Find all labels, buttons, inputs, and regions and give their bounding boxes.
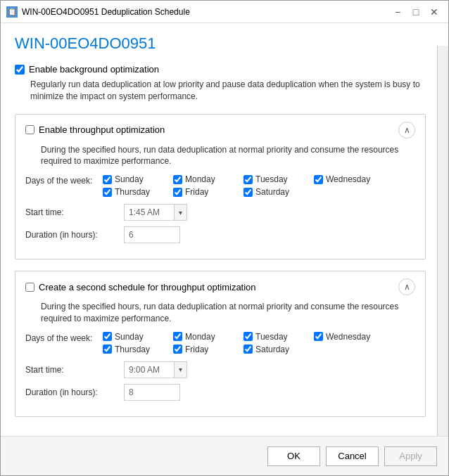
page-title: WIN-00EO4DO0951 bbox=[15, 34, 426, 53]
throughput-days-grid: Sunday Monday Tuesday Wednesday bbox=[103, 174, 384, 197]
second-schedule-panel: Create a second schedule for throughput … bbox=[15, 271, 426, 417]
throughput-start-time-label: Start time: bbox=[25, 207, 124, 217]
second-schedule-friday-checkbox[interactable] bbox=[173, 345, 182, 354]
throughput-title-row: Enable throughput optimization bbox=[25, 124, 165, 135]
second-schedule-saturday-label: Saturday bbox=[255, 345, 289, 354]
throughput-friday-label: Friday bbox=[185, 187, 208, 197]
second-schedule-monday-checkbox[interactable] bbox=[173, 332, 182, 341]
throughput-start-time-dropdown-arrow[interactable]: ▾ bbox=[174, 205, 186, 220]
second-schedule-wednesday-checkbox[interactable] bbox=[314, 332, 323, 341]
title-bar-controls: − □ ✕ bbox=[389, 5, 443, 19]
minimize-button[interactable]: − bbox=[389, 5, 406, 19]
throughput-duration-label: Duration (in hours): bbox=[25, 230, 124, 240]
throughput-panel: Enable throughput optimization ∧ During … bbox=[15, 114, 426, 260]
second-schedule-tuesday-checkbox[interactable] bbox=[244, 332, 253, 341]
second-schedule-duration-label: Duration (in hours): bbox=[25, 387, 124, 397]
background-opt-desc: Regularly run data deduplication at low … bbox=[30, 79, 426, 103]
throughput-duration-row: Duration (in hours): bbox=[25, 226, 415, 243]
scrollbar-track[interactable] bbox=[437, 46, 448, 436]
throughput-start-time-value: 1:45 AM bbox=[125, 206, 174, 219]
background-opt-row: Enable background optimization bbox=[15, 64, 426, 75]
second-schedule-day-thursday: Thursday bbox=[103, 345, 173, 354]
second-schedule-days-grid: Sunday Monday Tuesday Wednesday bbox=[103, 332, 384, 354]
second-schedule-checkbox[interactable] bbox=[25, 283, 34, 292]
throughput-day-monday: Monday bbox=[173, 174, 244, 184]
second-schedule-thursday-label: Thursday bbox=[115, 345, 150, 354]
throughput-start-time-row: Start time: 1:45 AM ▾ bbox=[25, 204, 415, 221]
second-schedule-monday-label: Monday bbox=[185, 332, 215, 342]
second-schedule-thursday-checkbox[interactable] bbox=[103, 345, 112, 354]
throughput-thursday-label: Thursday bbox=[115, 187, 150, 197]
second-schedule-panel-header: Create a second schedule for throughput … bbox=[25, 278, 415, 295]
throughput-friday-checkbox[interactable] bbox=[173, 188, 182, 197]
background-opt-label: Enable background optimization bbox=[29, 64, 159, 75]
throughput-day-saturday: Saturday bbox=[244, 187, 314, 197]
ok-button[interactable]: OK bbox=[267, 446, 320, 466]
footer: OK Cancel Apply bbox=[1, 436, 448, 475]
throughput-saturday-checkbox[interactable] bbox=[244, 188, 253, 197]
close-button[interactable]: ✕ bbox=[426, 5, 443, 19]
main-window: 📋 WIN-00EO4DO0951 Deduplication Schedule… bbox=[0, 0, 449, 476]
throughput-day-thursday: Thursday bbox=[103, 187, 173, 197]
window-icon: 📋 bbox=[6, 6, 18, 18]
second-schedule-chevron[interactable]: ∧ bbox=[398, 278, 415, 295]
throughput-tuesday-label: Tuesday bbox=[255, 174, 288, 184]
second-schedule-days-section: Days of the week: Sunday Monday Tuesd bbox=[25, 332, 415, 354]
throughput-sunday-checkbox[interactable] bbox=[103, 175, 112, 184]
throughput-day-sunday: Sunday bbox=[103, 174, 173, 184]
maximize-button[interactable]: □ bbox=[407, 5, 424, 19]
second-schedule-friday-label: Friday bbox=[185, 345, 208, 354]
second-schedule-start-time-label: Start time: bbox=[25, 365, 124, 375]
throughput-checkbox[interactable] bbox=[25, 125, 34, 134]
throughput-saturday-label: Saturday bbox=[255, 187, 289, 197]
second-schedule-days-label: Days of the week: bbox=[25, 332, 103, 343]
second-schedule-sunday-label: Sunday bbox=[115, 332, 144, 342]
apply-button[interactable]: Apply bbox=[384, 446, 437, 466]
second-schedule-title-row: Create a second schedule for throughput … bbox=[25, 282, 256, 292]
second-schedule-duration-input[interactable] bbox=[124, 384, 180, 401]
second-schedule-day-tuesday: Tuesday bbox=[244, 332, 314, 342]
second-schedule-day-saturday: Saturday bbox=[244, 345, 314, 354]
throughput-monday-checkbox[interactable] bbox=[173, 175, 182, 184]
throughput-tuesday-checkbox[interactable] bbox=[244, 175, 253, 184]
second-schedule-tuesday-label: Tuesday bbox=[255, 332, 288, 342]
second-schedule-day-friday: Friday bbox=[173, 345, 244, 354]
second-schedule-sunday-checkbox[interactable] bbox=[103, 332, 112, 341]
second-schedule-day-sunday: Sunday bbox=[103, 332, 173, 342]
window-title: WIN-00EO4DO0951 Deduplication Schedule bbox=[22, 7, 389, 17]
second-schedule-duration-row: Duration (in hours): bbox=[25, 384, 415, 401]
throughput-days-label: Days of the week: bbox=[25, 174, 103, 186]
throughput-sunday-label: Sunday bbox=[115, 174, 144, 184]
window-inner: WIN-00EO4DO0951 Enable background optimi… bbox=[1, 23, 448, 475]
throughput-chevron[interactable]: ∧ bbox=[398, 122, 415, 139]
throughput-start-time-select[interactable]: 1:45 AM ▾ bbox=[124, 204, 187, 221]
content-area: WIN-00EO4DO0951 Enable background optimi… bbox=[1, 23, 448, 436]
throughput-monday-label: Monday bbox=[185, 174, 215, 184]
second-schedule-wednesday-label: Wednesday bbox=[326, 332, 370, 342]
throughput-panel-header: Enable throughput optimization ∧ bbox=[25, 122, 415, 139]
throughput-day-wednesday: Wednesday bbox=[314, 174, 384, 184]
second-schedule-start-time-value: 9:00 AM bbox=[125, 364, 174, 376]
throughput-desc: During the specified hours, run data ded… bbox=[41, 144, 415, 168]
second-schedule-day-wednesday: Wednesday bbox=[314, 332, 384, 342]
throughput-wednesday-checkbox[interactable] bbox=[314, 175, 323, 184]
second-schedule-label: Create a second schedule for throughput … bbox=[39, 282, 256, 292]
throughput-day-friday: Friday bbox=[173, 187, 244, 197]
cancel-button[interactable]: Cancel bbox=[326, 446, 379, 466]
title-bar: 📋 WIN-00EO4DO0951 Deduplication Schedule… bbox=[1, 1, 448, 23]
second-schedule-start-time-dropdown-arrow[interactable]: ▾ bbox=[174, 362, 186, 378]
throughput-thursday-checkbox[interactable] bbox=[103, 188, 112, 197]
second-schedule-saturday-checkbox[interactable] bbox=[244, 345, 253, 354]
throughput-duration-input[interactable] bbox=[124, 226, 180, 243]
second-schedule-day-monday: Monday bbox=[173, 332, 244, 342]
throughput-day-tuesday: Tuesday bbox=[244, 174, 314, 184]
second-schedule-start-time-row: Start time: 9:00 AM ▾ bbox=[25, 361, 415, 378]
throughput-days-section: Days of the week: Sunday Monday Tuesd bbox=[25, 174, 415, 197]
background-optimization-section: Enable background optimization Regularly… bbox=[15, 64, 426, 103]
throughput-wednesday-label: Wednesday bbox=[326, 174, 370, 184]
throughput-label: Enable throughput optimization bbox=[39, 124, 165, 135]
second-schedule-start-time-select[interactable]: 9:00 AM ▾ bbox=[124, 361, 187, 378]
second-schedule-desc: During the specified hours, run data ded… bbox=[41, 301, 415, 325]
background-opt-checkbox[interactable] bbox=[15, 65, 25, 75]
